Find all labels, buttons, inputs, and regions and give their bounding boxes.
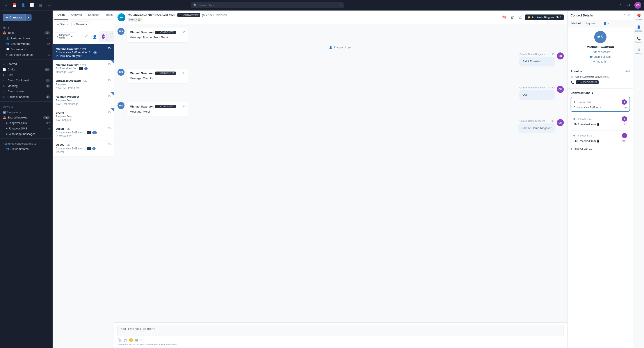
- sort-button[interactable]: ↕ Newest ▾: [72, 22, 90, 27]
- alert-button[interactable]: ⚠: [517, 15, 523, 21]
- format-button[interactable]: ⊞: [135, 338, 138, 342]
- sender-name: Julien › Me: [56, 127, 70, 130]
- settings-icon[interactable]: ⚙: [626, 2, 632, 8]
- manage-rail-label: Manage: [635, 52, 642, 55]
- add-to-account-link[interactable]: + Add to account: [590, 51, 610, 54]
- message-header: Michael Swanson 📱 +33674552302 ⋯ 9D: [130, 71, 186, 75]
- conversation-item[interactable]: Ju UK › Me 10D Collaborative SMS sent to…: [52, 140, 114, 156]
- sidebar-item-all-teammates[interactable]: 👥 All teammates: [0, 146, 52, 152]
- filter-button[interactable]: ≡ Filter ▾: [55, 22, 70, 27]
- sidebar-item-inbox[interactable]: 📥 Inbox 59: [0, 30, 52, 36]
- archive-label: Archive in Ringover SMS: [532, 16, 561, 19]
- phone-indicator: 📱: [87, 147, 92, 150]
- compose-dropdown-button[interactable]: ▾: [26, 14, 32, 21]
- more-options-button[interactable]: ⋯: [76, 34, 82, 40]
- close-button[interactable]: ✕: [627, 13, 630, 17]
- sidebar-item-shared-with-me[interactable]: 👥 Shared with me 12: [0, 41, 52, 47]
- ringover-section-header[interactable]: R Ringover ▲: [0, 109, 52, 115]
- email-icon: ✉: [570, 75, 573, 79]
- sidebar-item-meeting[interactable]: 🏷 Meeting 3: [0, 83, 52, 89]
- message-menu-btn[interactable]: ⋯: [547, 119, 550, 123]
- sidebar-item-assigned-to-me[interactable]: 👤 Assigned to me 42: [0, 36, 52, 41]
- contact-big-avatar: MS: [594, 31, 606, 43]
- calendar-icon[interactable]: 📅: [12, 2, 18, 8]
- conversation-item[interactable]: Romain Prospect 9D Ringover Dev Draft Te…: [52, 92, 114, 108]
- contacts-rail-item[interactable]: 👤 Contacts: [634, 24, 644, 34]
- conversation-item[interactable]: Michael Swanson › Me 9D SMS received fro…: [52, 60, 114, 76]
- attachment-button[interactable]: 📎: [118, 338, 122, 342]
- contacts-rail-icon: 👤: [636, 25, 641, 30]
- conv-card-2[interactable]: Ringover SMS C SMS received from 📱 9D: [570, 114, 630, 128]
- external-link-button[interactable]: ↗: [622, 13, 625, 17]
- message-row-2: CD Camille Demo Ringover ⋯ 9D Salut Roma…: [118, 53, 564, 66]
- conversation-item[interactable]: Julien › Me 10D Collaborative SMS sent t…: [52, 124, 114, 140]
- emoji-button[interactable]: 😊: [129, 338, 133, 342]
- sidebar-item-callback-needed[interactable]: 🏷 Callback needed 2: [0, 94, 52, 100]
- tab-open[interactable]: Open: [54, 11, 68, 20]
- assigned-convs-header[interactable]: Assigned conversations ▲: [0, 140, 52, 146]
- conversation-assignee[interactable]: CD Camille Demo R... ▾: [100, 31, 114, 42]
- help-icon[interactable]: ?: [617, 2, 623, 8]
- sidebar-item-ringover-calls[interactable]: Ringover calls 727: [0, 120, 52, 126]
- message-sender: Michael Swanson: [130, 72, 154, 75]
- me-section-header[interactable]: Me ▲: [0, 24, 52, 30]
- expand-button[interactable]: ⤢: [140, 338, 142, 342]
- tag-button[interactable]: 🏷: [84, 34, 90, 40]
- sidebar-item-shared-inboxes[interactable]: 📥 Shared inboxes 732: [0, 115, 52, 120]
- sidebar-item-demo-booked[interactable]: 🏷 Demo booked: [0, 89, 52, 94]
- add-field-button[interactable]: + Add: [623, 70, 630, 73]
- message-input-area: 📎 @ 😊 ⊞ ⤢ Comment will be visible to tea…: [114, 322, 567, 348]
- conversation-item[interactable]: cbd62628068ea8bf › Me 9D Ringover New SM…: [52, 76, 114, 92]
- assigned-bar: 👤 Assigned to you: [118, 45, 564, 50]
- inbox-icon[interactable]: ✉: [3, 2, 9, 8]
- tab-ringover[interactable]: ringover.c...: [583, 20, 601, 27]
- message-menu-btn[interactable]: ⋯: [547, 86, 550, 89]
- views-section-header[interactable]: Views ▲: [0, 103, 52, 109]
- conversation-item[interactable]: Bruno 9D Ringover Dev Draft bonjour: [52, 108, 114, 124]
- sidebar-item-test-inbox[interactable]: test inbox ac perso 5: [0, 52, 52, 58]
- tab-archived[interactable]: Archived: [68, 11, 85, 20]
- sidebar-item-drafts[interactable]: 📄 Drafts 10: [0, 67, 52, 72]
- archive-button[interactable]: 📁 Archive in Ringover SMS: [525, 15, 564, 20]
- compose-button[interactable]: ✏ Compose: [3, 14, 26, 21]
- assign-button[interactable]: 👤: [91, 34, 98, 40]
- right-panel-area: Contact Details ⋯ ↗ ✕ Michael ringover.c…: [567, 11, 644, 348]
- contacts-icon[interactable]: 👤: [20, 2, 26, 8]
- message-row-6: CD Camille Demo Ringover ⋯ 8D Camille De…: [118, 119, 564, 133]
- conv-card-1[interactable]: Ringover SMS C Collaborative SMS rece...…: [570, 97, 630, 112]
- sidebar-item-starred[interactable]: ☆ Starred: [0, 61, 52, 67]
- ringover-calls-label: Ringover calls: [9, 121, 44, 125]
- channel-filter-badge[interactable]: Ringover SMS ▾: [55, 32, 75, 41]
- more-icon[interactable]: ⋯: [46, 2, 52, 8]
- sidebar-item-sent[interactable]: ➤ Sent: [0, 72, 52, 78]
- sidebar-item-whatsapp[interactable]: Whatsapp messages: [0, 131, 52, 137]
- alarm-button[interactable]: ⏰: [501, 15, 508, 21]
- manage-rail-item[interactable]: ⚙ Manage: [634, 46, 643, 56]
- tab-snoozed[interactable]: Snoozed: [85, 11, 102, 20]
- add-to-list-button[interactable]: + Add to list: [593, 60, 608, 63]
- mention-button[interactable]: @: [124, 338, 127, 342]
- user-avatar[interactable]: CD: [634, 2, 641, 9]
- more-button[interactable]: ⋯: [617, 13, 621, 17]
- ringover-rail-item[interactable]: 📞 Ringover: [634, 35, 643, 45]
- sidebar-item-ringover-sms[interactable]: Ringover SMS 5: [0, 126, 52, 131]
- filter-icon[interactable]: ≡: [340, 4, 342, 7]
- sidebar-item-discussions[interactable]: 💬 Discussions: [0, 47, 52, 52]
- message-text: Oui: [522, 93, 552, 97]
- conversation-item[interactable]: Michael Swanson › Me 9D Collaborative SM…: [52, 44, 114, 60]
- tab-michael[interactable]: Michael: [569, 20, 583, 27]
- message-input[interactable]: [118, 325, 564, 336]
- channel-info: Ringover SMS: [574, 134, 592, 137]
- conv-card-3[interactable]: Ringover SMS C SMS received from 📱 1MTH: [570, 131, 630, 145]
- assigned-text: Assigned to you: [334, 46, 352, 49]
- chart-icon[interactable]: 📊: [29, 2, 35, 8]
- message-menu-btn[interactable]: ⋯: [547, 53, 550, 56]
- panels-icon[interactable]: ▦: [38, 2, 44, 8]
- tab-trash[interactable]: Trash: [102, 11, 114, 20]
- sidebar-item-demo-confirmed[interactable]: 🏷 Demo Confirmed 7: [0, 78, 52, 83]
- msg-time-6: 8D: [552, 120, 554, 122]
- tab-more[interactable]: 👤 ▾: [601, 20, 611, 27]
- trash-button[interactable]: 🗑: [510, 15, 516, 20]
- search-input[interactable]: [198, 4, 338, 7]
- calendar-rail-item[interactable]: 📅 Calendar: [634, 12, 644, 23]
